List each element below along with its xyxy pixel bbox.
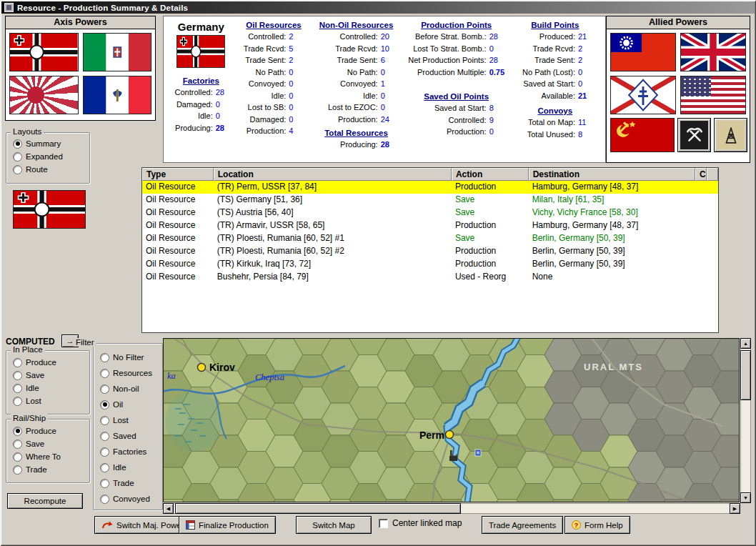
radio-label: Route (26, 165, 48, 174)
col-header-destination[interactable]: Destination (529, 168, 695, 181)
trade-agreements-button[interactable]: Trade Agreements (482, 516, 563, 534)
vichy-france-flag[interactable] (83, 76, 152, 114)
scroll-down-button[interactable]: ▼ (740, 492, 751, 503)
filter-convoyed[interactable]: Convoyed (94, 491, 162, 507)
radio-icon[interactable] (13, 384, 22, 393)
free-france-flag[interactable] (610, 76, 676, 114)
rail-ship-save[interactable]: Save (6, 437, 89, 450)
radio-icon[interactable] (13, 358, 22, 367)
radio-icon[interactable] (100, 432, 109, 441)
radio-icon[interactable] (100, 447, 109, 457)
radio-icon[interactable] (13, 452, 22, 462)
unit-marker[interactable] (475, 450, 481, 456)
radio-icon[interactable] (13, 139, 22, 149)
center-linked-map-option[interactable]: Center linked map (379, 518, 462, 528)
in-place-group-title: In Place (11, 345, 45, 354)
resources-button[interactable] (677, 118, 711, 152)
radio-icon[interactable] (100, 463, 109, 472)
italy-flag[interactable] (83, 33, 152, 71)
scroll-left-button[interactable]: ◀ (163, 503, 174, 514)
finalize-production-button[interactable]: Finalize Production (179, 516, 276, 534)
in-place-lost[interactable]: Lost (6, 394, 89, 407)
radio-icon[interactable] (100, 369, 109, 378)
scroll-right-button[interactable]: ▶ (730, 503, 740, 514)
radio-icon[interactable] (13, 152, 22, 162)
summary-col-build-points: Build Points Produced:21 Trade Rcvd:2 Tr… (514, 19, 602, 162)
radio-icon[interactable] (100, 479, 109, 488)
filter-non-oil[interactable]: Non-oil (94, 381, 162, 397)
radio-icon[interactable] (13, 397, 22, 406)
perm-city-dot[interactable] (446, 431, 454, 439)
col-header-action[interactable]: Action (452, 168, 529, 181)
filter-saved[interactable]: Saved (94, 428, 162, 444)
table-row[interactable]: Oil Resource (TR) Kirkuk, Iraq [73, 72] … (142, 258, 718, 271)
china-flag[interactable] (610, 33, 676, 71)
stat-value: 0 (289, 66, 307, 79)
vertical-scroll-thumb[interactable] (740, 350, 751, 400)
kirov-city-dot[interactable] (198, 364, 206, 372)
radio-icon[interactable] (13, 427, 22, 436)
radio-icon[interactable] (100, 353, 109, 362)
in-place-idle[interactable]: Idle (6, 382, 89, 394)
layout-option-summary[interactable]: Summary (6, 137, 89, 150)
in-place-produce[interactable]: Produce (6, 356, 89, 369)
col-header-location[interactable]: Location (214, 168, 452, 181)
layout-option-expanded[interactable]: Expanded (6, 150, 89, 163)
scroll-up-button[interactable]: ▲ (740, 338, 751, 349)
stat-label: Production: (338, 114, 378, 126)
col-header-type[interactable]: Type (142, 168, 214, 181)
horizontal-scroll-thumb[interactable] (175, 503, 461, 514)
rail-ship-trade[interactable]: Trade (6, 463, 89, 476)
oil-button[interactable] (714, 118, 747, 152)
radio-icon[interactable] (13, 465, 22, 475)
filter-factories[interactable]: Factories (94, 444, 162, 460)
stat-label: Produced: (539, 31, 575, 43)
help-icon: ? (572, 520, 581, 530)
col-header-c[interactable]: C (695, 168, 707, 181)
table-row[interactable]: Oil Resource Bushehr, Persia [84, 79] Us… (142, 271, 718, 284)
hex-map[interactable]: ka Cheptsa Kirov Perm URAL MTS (163, 338, 740, 502)
switch-map-button[interactable]: Switch Map (296, 516, 372, 534)
radio-icon[interactable] (13, 165, 22, 174)
radio-icon[interactable] (100, 495, 109, 504)
allied-powers-panel: Allied Powers (606, 16, 750, 163)
filter-lost[interactable]: Lost (94, 412, 162, 428)
layout-option-route[interactable]: Route (6, 163, 89, 176)
radio-icon[interactable] (100, 384, 109, 394)
allied-powers-title: Allied Powers (607, 16, 750, 29)
japan-flag[interactable] (9, 76, 79, 114)
filter-idle[interactable]: Idle (94, 460, 162, 475)
center-linked-map-checkbox[interactable] (379, 519, 388, 528)
filter-no-filter[interactable]: No Filter (94, 349, 162, 365)
form-help-button[interactable]: ? Form Help (564, 516, 630, 534)
radio-label: Lost (113, 416, 129, 425)
uk-flag[interactable] (680, 33, 746, 71)
germany-flag[interactable] (9, 33, 79, 71)
table-row[interactable]: Oil Resource (TS) Austria [56, 40] Save … (142, 207, 718, 219)
in-place-save[interactable]: Save (6, 369, 89, 382)
radio-icon[interactable] (100, 416, 109, 425)
filter-oil[interactable]: Oil (94, 397, 162, 412)
map-vertical-scrollbar[interactable]: ▲ ▼ (740, 338, 751, 503)
table-row[interactable]: Oil Resource (TR) Ploesti, Rumania [60, … (142, 232, 718, 245)
saved-oil-points-title: Saved Oil Points (405, 92, 508, 101)
radio-icon[interactable] (13, 440, 22, 449)
map-horizontal-scrollbar[interactable]: ◀ ▶ (163, 503, 740, 514)
stat-value: 11 (578, 116, 597, 129)
switch-major-power-button[interactable]: Switch Maj. Power (94, 516, 192, 534)
usa-flag[interactable] (680, 76, 746, 114)
rail-ship-where-to[interactable]: Where To (6, 450, 89, 463)
table-row[interactable]: Oil Resource (TR) Perm, USSR [37, 84] Pr… (142, 181, 718, 194)
filter-trade[interactable]: Trade (94, 475, 162, 491)
table-row[interactable]: Oil Resource (TS) Germany [51, 36] Save … (142, 194, 718, 207)
radio-icon[interactable] (100, 400, 109, 409)
recompute-button[interactable]: Recompute (7, 493, 83, 509)
titlebar[interactable]: Resource - Production Summary & Details (1, 1, 755, 14)
ussr-flag[interactable] (610, 118, 675, 152)
table-row[interactable]: Oil Resource (TR) Ploesti, Rumania [60, … (142, 245, 718, 258)
table-row[interactable]: Oil Resource (TR) Armavir, USSR [58, 65]… (142, 219, 718, 232)
river-label-cheptsa: Cheptsa (255, 372, 284, 382)
filter-resources[interactable]: Resources (94, 365, 162, 381)
radio-icon[interactable] (13, 371, 22, 380)
rail-ship-produce[interactable]: Produce (6, 425, 89, 437)
